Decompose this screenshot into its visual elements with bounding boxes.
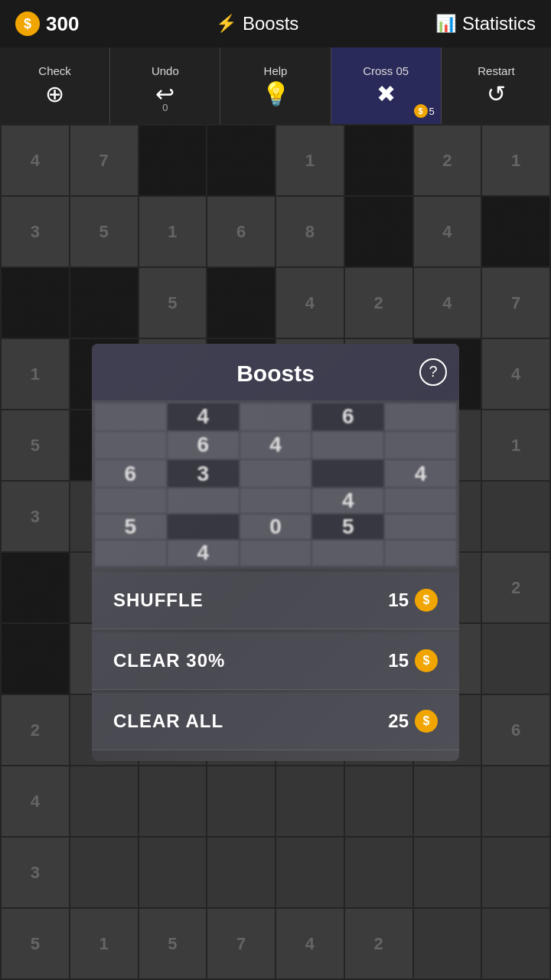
clear-30-boost-item[interactable]: CLEAR 30% 15 $ [92, 632, 459, 690]
cross-icon: ✖ [377, 80, 396, 107]
preview-cell [385, 403, 456, 430]
clear-30-cost-amount: 15 [388, 650, 409, 671]
preview-cell [240, 488, 311, 513]
modal-help-icon: ? [429, 363, 437, 381]
preview-cell [95, 432, 166, 459]
help-icon: 💡 [262, 80, 290, 107]
preview-cell [95, 488, 166, 513]
statistics-label: Statistics [462, 13, 536, 34]
preview-cell [312, 541, 383, 565]
preview-cell [240, 403, 311, 430]
preview-cell [385, 514, 456, 539]
clear-all-boost-item[interactable]: CLEAR ALL 25 $ [92, 693, 459, 750]
cross-label: Cross 05 [363, 64, 409, 77]
clear-all-cost-amount: 25 [388, 710, 409, 732]
coin-amount: 300 [46, 12, 79, 36]
clear-30-cost-coin: $ [415, 649, 438, 672]
shuffle-cost: 15 $ [388, 589, 438, 612]
boosts-nav[interactable]: ⚡ Boosts [216, 13, 298, 34]
modal-title: Boosts [236, 361, 315, 387]
preview-cell [240, 460, 311, 487]
coin-icon: $ [15, 11, 40, 36]
preview-cell: 4 [240, 432, 311, 459]
preview-cell [312, 432, 383, 459]
bolt-icon: ⚡ [216, 14, 236, 34]
bar-chart-icon: 📊 [435, 14, 456, 34]
shuffle-label: SHUFFLE [113, 590, 204, 611]
preview-cell: 5 [312, 514, 383, 539]
help-label: Help [264, 64, 288, 77]
preview-cell [385, 432, 456, 459]
coin-balance: $ 300 [15, 11, 79, 36]
preview-cell: 6 [168, 432, 239, 459]
cross-button[interactable]: Cross 05 ✖ $ 5 [331, 47, 442, 124]
cross-cost: 5 [429, 106, 435, 117]
preview-cell: 4 [168, 541, 239, 565]
preview-cell [240, 541, 311, 565]
check-icon: ⊕ [45, 80, 64, 107]
boost-options: SHUFFLE 15 $ CLEAR 30% 15 $ [92, 572, 459, 761]
cross-cost-badge: $ 5 [414, 104, 435, 118]
preview-cell: 5 [95, 514, 166, 539]
game-area: 4712135168454247115145132142643515742 Bo… [0, 124, 551, 980]
clear-all-label: CLEAR ALL [113, 710, 223, 732]
preview-cell: 6 [312, 403, 383, 430]
preview-cell [385, 541, 456, 565]
help-button[interactable]: Help 💡 [220, 47, 331, 124]
preview-cell: 3 [168, 460, 239, 487]
statistics-nav[interactable]: 📊 Statistics [435, 13, 536, 34]
preview-cell: 0 [240, 514, 311, 539]
cross-coin-icon: $ [414, 104, 428, 118]
shuffle-cost-amount: 15 [388, 590, 409, 611]
restart-button[interactable]: Restart ↺ [442, 47, 551, 124]
preview-cell: 4 [168, 403, 239, 430]
preview-cell: 6 [95, 460, 166, 487]
preview-cell [385, 488, 456, 513]
preview-cell [95, 403, 166, 430]
boosts-label: Boosts [243, 13, 298, 34]
preview-cell [168, 488, 239, 513]
preview-cell: 4 [312, 488, 383, 513]
undo-label: Undo [152, 64, 179, 77]
status-bar: $ 300 ⚡ Boosts 📊 Statistics [0, 0, 551, 47]
preview-cell: 4 [385, 460, 456, 487]
modal-content: Boosts ? 466463445054 SHUFFLE 15 $ [92, 344, 459, 761]
clear-all-cost-coin: $ [415, 710, 438, 733]
restart-icon: ↺ [487, 80, 506, 107]
modal-header: Boosts ? [92, 344, 459, 400]
toolbar: Check ⊕ Undo ↩ 0 Help 💡 Cross 05 ✖ $ 5 R… [0, 47, 551, 124]
undo-button[interactable]: Undo ↩ 0 [110, 47, 220, 124]
preview-cell [95, 541, 166, 565]
modal-grid-preview: 466463445054 [92, 400, 459, 569]
modal-help-button[interactable]: ? [419, 358, 447, 386]
clear-30-label: CLEAR 30% [113, 650, 225, 671]
preview-cell [168, 514, 239, 539]
clear-30-cost: 15 $ [388, 649, 438, 672]
check-label: Check [38, 64, 71, 77]
boosts-modal: Boosts ? 466463445054 SHUFFLE 15 $ [92, 344, 459, 761]
check-button[interactable]: Check ⊕ [0, 47, 110, 124]
shuffle-cost-coin: $ [415, 589, 438, 612]
modal-overlay[interactable]: Boosts ? 466463445054 SHUFFLE 15 $ [0, 124, 551, 980]
preview-cell [312, 460, 383, 487]
undo-count: 0 [162, 102, 168, 113]
shuffle-boost-item[interactable]: SHUFFLE 15 $ [92, 572, 459, 629]
restart-label: Restart [478, 64, 514, 77]
clear-all-cost: 25 $ [388, 710, 438, 733]
